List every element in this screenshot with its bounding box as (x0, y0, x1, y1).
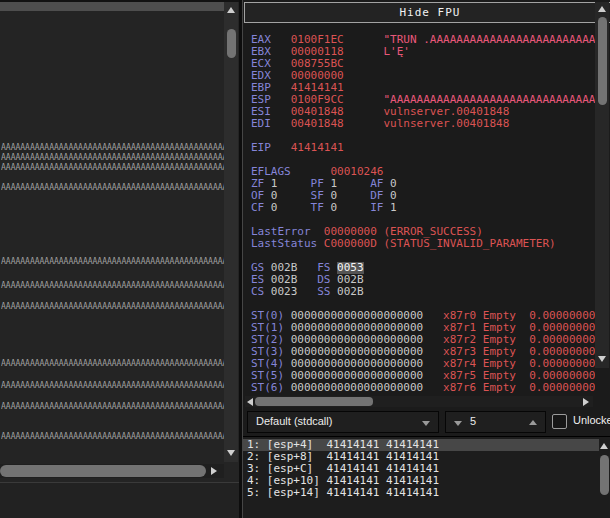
unlocked-checkbox[interactable] (552, 414, 567, 429)
registers-panel: Hide FPU EAX 0100F1EC "TRUN .AAAAAAAAAAA… (242, 0, 610, 518)
arguments-vscroll-thumb[interactable] (600, 455, 609, 495)
register-row[interactable]: ES 002B DS 002B (251, 274, 595, 286)
scroll-right-icon[interactable] (583, 398, 589, 406)
spinner-decrement-icon[interactable] (454, 421, 462, 426)
register-segment: EFLAGS (251, 166, 330, 178)
scroll-right-icon[interactable] (211, 467, 217, 475)
register-row[interactable]: EAX 0100F1EC "TRUN .AAAAAAAAAAAAAAAAAAAA… (251, 34, 595, 46)
scroll-down-icon[interactable] (227, 450, 235, 456)
register-row[interactable]: ECX 008755BC (251, 58, 595, 70)
dump-horizontal-scrollbar[interactable] (0, 464, 224, 478)
register-segment: "TRUN .AAAAAAAAAAAAAAAAAAAAAAAAAAAAAA (383, 34, 595, 46)
dump-vertical-scrollbar[interactable] (224, 2, 238, 462)
dump-hscroll-thumb[interactable] (0, 465, 206, 477)
argument-row[interactable]: 3: [esp+C] 41414141 41414141 (243, 463, 599, 475)
spinner-increment-icon[interactable] (529, 420, 537, 425)
registers-view[interactable]: EAX 0100F1EC "TRUN .AAAAAAAAAAAAAAAAAAAA… (243, 26, 595, 395)
dump-panel[interactable]: AAAAAAAAAAAAAAAAAAAAAAAAAAAAAAAAAAAAAAAA… (0, 0, 239, 482)
arguments-vertical-scrollbar[interactable] (598, 439, 610, 518)
register-segment: 002B (330, 274, 363, 286)
registers-hscroll-thumb[interactable] (255, 397, 373, 406)
argument-row[interactable]: 5: [esp+14] 41414141 41414141 (243, 487, 599, 499)
register-segment: 1 (324, 178, 370, 190)
register-segment: EDX (251, 70, 291, 82)
scroll-up-icon[interactable] (600, 443, 608, 449)
register-row[interactable]: CF 0 TF 0 IF 1 (251, 202, 595, 214)
register-row[interactable]: ST(5) 00000000000000000000 x87r5 Empty 0… (251, 370, 595, 382)
scroll-up-icon[interactable] (598, 6, 606, 12)
register-row[interactable]: OF 0 SF 0 DF 0 (251, 190, 595, 202)
argument-row[interactable]: 4: [esp+10] 41414141 41414141 (243, 475, 599, 487)
scroll-down-icon[interactable] (598, 356, 606, 362)
dump-row[interactable]: AAAAAAAAAAAAAAAAAAAAAAAAAAAAAAAAAAAAAAAA… (1, 359, 227, 369)
register-segment: 008755BC (291, 58, 344, 70)
register-segment: 00401848 (291, 118, 344, 130)
registers-vertical-scrollbar[interactable] (595, 2, 609, 368)
register-row[interactable] (251, 154, 595, 166)
dump-vscroll-thumb[interactable] (227, 29, 236, 58)
register-row[interactable]: EFLAGS 00010246 (251, 166, 595, 178)
register-segment: 0 (383, 190, 396, 202)
register-row[interactable]: EBX 00000118 L'Ę' (251, 46, 595, 58)
register-row[interactable]: CS 0023 SS 002B (251, 286, 595, 298)
hide-fpu-button[interactable]: Hide FPU (244, 2, 610, 23)
scroll-left-icon[interactable] (247, 398, 253, 406)
register-row[interactable]: EBP 41414141 (251, 82, 595, 94)
register-row[interactable]: ESP 0100F9CC "AAAAAAAAAAAAAAAAAAAAAAAAAA… (251, 94, 595, 106)
argument-row[interactable]: 2: [esp+8] 41414141 41414141 (243, 451, 599, 463)
register-row[interactable] (251, 250, 595, 262)
register-segment: 1 (383, 202, 396, 214)
register-segment (344, 118, 384, 130)
register-segment: ST(4) (251, 358, 284, 370)
register-row[interactable]: LastStatus C000000D (STATUS_INVALID_PARA… (251, 238, 595, 250)
register-segment: 0 (264, 202, 310, 214)
register-row[interactable]: EIP 41414141 (251, 142, 595, 154)
register-segment: 0053 (337, 262, 364, 274)
dump-row[interactable]: AAAAAAAAAAAAAAAAAAAAAAAAAAAAAAAAAAAAAAAA… (1, 281, 227, 291)
dump-row[interactable]: AAAAAAAAAAAAAAAAAAAAAAAAAAAAAAAAAAAAAAAA… (1, 381, 227, 391)
registers-horizontal-scrollbar[interactable] (245, 396, 593, 407)
register-segment: ST(1) (251, 322, 284, 334)
register-row[interactable] (251, 298, 595, 310)
register-segment: 41414141 (291, 82, 344, 94)
chevron-down-icon (422, 421, 430, 426)
register-segment: 0100F9CC (291, 94, 344, 106)
register-segment: DS (317, 274, 330, 286)
register-row[interactable]: ST(2) 00000000000000000000 x87r2 Empty 0… (251, 334, 595, 346)
calling-convention-select[interactable]: Default (stdcall) (247, 411, 439, 433)
register-row[interactable]: EDI 00401848 vulnserver.00401848 (251, 118, 595, 130)
dump-row[interactable]: AAAAAAAAAAAAAAAAAAAAAAAAAAAAAAAAAAAAAAAA… (1, 402, 227, 412)
scroll-up-icon[interactable] (227, 7, 235, 13)
register-segment: ST(0) (251, 310, 284, 322)
register-segment: 002B (264, 262, 317, 274)
register-row[interactable]: ESI 00401848 vulnserver.00401848 (251, 106, 595, 118)
register-row[interactable]: ST(4) 00000000000000000000 x87r4 Empty 0… (251, 358, 595, 370)
dump-row[interactable]: AAAAAAAAAAAAAAAAAAAAAAAAAAAAAAAAAAAAAAAA… (1, 432, 227, 442)
register-row[interactable] (251, 214, 595, 226)
register-row[interactable] (251, 130, 595, 142)
dump-row[interactable]: AAAAAAAAAAAAAAAAAAAAAAAAAAAAAAAAAAAAAAAA… (1, 143, 227, 153)
register-segment: 0 (264, 190, 310, 202)
register-row[interactable]: ST(1) 00000000000000000000 x87r1 Empty 0… (251, 322, 595, 334)
register-segment: EIP (251, 142, 291, 154)
register-row[interactable]: EDX 00000000 (251, 70, 595, 82)
registers-vscroll-thumb[interactable] (598, 17, 607, 105)
debugger-cpu-view: AAAAAAAAAAAAAAAAAAAAAAAAAAAAAAAAAAAAAAAA… (0, 0, 610, 518)
register-row[interactable]: ZF 1 PF 1 AF 0 (251, 178, 595, 190)
dump-selected-row[interactable] (0, 2, 224, 11)
register-row[interactable]: ST(3) 00000000000000000000 x87r3 Empty 0… (251, 346, 595, 358)
dump-row[interactable]: AAAAAAAAAAAAAAAAAAAAAAAAAAAAAAAAAAAAAAAA… (1, 302, 227, 312)
dump-row[interactable]: AAAAAAAAAAAAAAAAAAAAAAAAAAAAAAAAAAAAAAAA… (1, 183, 227, 193)
dump-row[interactable]: AAAAAAAAAAAAAAAAAAAAAAAAAAAAAAAAAAAAAAAA… (1, 257, 227, 267)
register-segment: DF (370, 190, 383, 202)
dump-row[interactable]: AAAAAAAAAAAAAAAAAAAAAAAAAAAAAAAAAAAAAAAA… (1, 153, 227, 163)
dump-row[interactable]: AAAAAAAAAAAAAAAAAAAAAAAAAAAAAAAAAAAAAAAA… (1, 163, 227, 173)
arguments-panel[interactable]: 1: [esp+4] 41414141 414141412: [esp+8] 4… (243, 436, 610, 518)
arg-count-spinner[interactable]: 5 (445, 411, 546, 433)
register-row[interactable]: ST(6) 00000000000000000000 x87r6 Empty 0… (251, 382, 595, 394)
argument-row[interactable]: 1: [esp+4] 41414141 41414141 (243, 439, 599, 451)
register-segment: ESP (251, 94, 271, 106)
register-row[interactable]: LastError 00000000 (ERROR_SUCCESS) (251, 226, 595, 238)
register-row[interactable]: GS 002B FS 0053 (251, 262, 595, 274)
register-row[interactable]: ST(0) 00000000000000000000 x87r0 Empty 0… (251, 310, 595, 322)
